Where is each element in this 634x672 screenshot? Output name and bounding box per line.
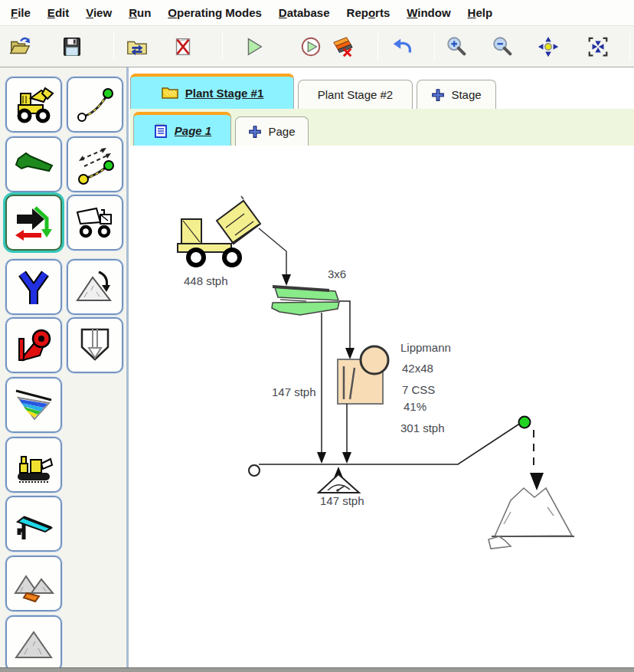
conveyor-icon	[74, 84, 116, 126]
wheel-loader-icon	[12, 84, 55, 126]
clear-results-icon	[331, 35, 354, 58]
menu-operating-modes[interactable]: Operating Modes	[159, 6, 270, 19]
palette-bin-button[interactable]	[67, 317, 123, 373]
palette-haul-truck-button[interactable]	[67, 195, 123, 251]
crusher-node[interactable]	[338, 346, 388, 404]
menu-view[interactable]: View	[77, 6, 120, 19]
palette-blend-piles-button[interactable]	[5, 556, 62, 611]
equipment-palette	[0, 67, 129, 667]
splitter-icon	[12, 266, 55, 309]
toolbar-separator	[629, 32, 630, 61]
page-tab-bar: Page 1 Page	[130, 109, 634, 146]
tab-label: Page	[268, 125, 295, 138]
belt-scale-node[interactable]	[319, 467, 359, 493]
run-icon	[242, 35, 265, 58]
menu-file[interactable]: File	[2, 6, 39, 19]
add-page-tab[interactable]: Page	[235, 116, 309, 146]
haul-truck-node[interactable]	[178, 196, 260, 265]
crusher-discharge-line	[342, 404, 351, 464]
palette-washer-button[interactable]	[5, 496, 62, 552]
run-circled-button[interactable]	[299, 34, 323, 59]
toolbar-separator	[377, 32, 378, 61]
crusher-percent-label: 41%	[404, 400, 426, 413]
menu-edit[interactable]: Edit	[39, 6, 77, 19]
palette-stockpile-button[interactable]	[5, 615, 62, 667]
stage-tab-bar: Plant Stage #1 Plant Stage #2 Stage	[130, 74, 634, 109]
feed-line-screen-crusher	[339, 301, 355, 359]
crusher-css-label: 7 CSS	[402, 383, 435, 396]
toolbar-separator	[222, 32, 223, 61]
screen-size-label: 3x6	[328, 267, 346, 280]
zoom-fit-button[interactable]	[586, 34, 610, 59]
toolbar-separator	[434, 32, 435, 61]
zoom-center-button[interactable]	[536, 34, 560, 59]
delete-page-icon	[172, 35, 194, 58]
washer-icon	[12, 503, 55, 546]
undo-button[interactable]	[391, 34, 415, 59]
truck-rate-label: 448 stph	[184, 274, 228, 287]
menu-reports[interactable]: Reports	[338, 6, 399, 19]
sync-folder-button[interactable]	[125, 34, 149, 59]
palette-screen-button[interactable]	[5, 377, 62, 433]
menu-run[interactable]: Run	[120, 6, 159, 19]
palette-crusher-button[interactable]	[5, 317, 62, 373]
tab-label: Stage	[451, 88, 481, 101]
underflow-rate-label: 147 stph	[272, 385, 316, 398]
stockpile-node[interactable]	[489, 488, 574, 549]
add-stage-tab[interactable]: Stage	[417, 80, 496, 109]
blend-piles-icon	[12, 562, 55, 605]
toolbar-separator	[113, 32, 114, 61]
palette-multi-conveyor-button[interactable]	[67, 136, 123, 192]
screen-icon	[12, 384, 55, 427]
screen-underflow-line	[317, 313, 326, 464]
bin-icon	[74, 324, 116, 367]
zoom-in-button[interactable]	[444, 34, 469, 59]
flowsheet-canvas[interactable]: 448 stph 3x6 Lippmann 42x48	[130, 146, 634, 667]
crusher-icon	[12, 324, 55, 367]
plus-icon	[431, 88, 445, 102]
delete-page-button[interactable]	[171, 34, 195, 59]
palette-surge-pile-button[interactable]	[67, 259, 123, 315]
zoom-out-icon	[491, 35, 514, 58]
palette-conveyor-button[interactable]	[67, 77, 123, 133]
sync-folder-icon	[126, 35, 149, 58]
run-circled-icon	[299, 35, 322, 58]
undo-icon	[391, 35, 414, 58]
save-icon	[60, 35, 83, 58]
save-button[interactable]	[60, 34, 84, 59]
toolbar	[0, 26, 634, 67]
menu-window[interactable]: Window	[398, 6, 459, 19]
page-icon	[153, 123, 168, 139]
zoom-center-icon	[537, 35, 560, 58]
flow-direction-icon	[12, 202, 55, 244]
surge-pile-icon	[74, 266, 116, 309]
discharge-drop-line	[530, 430, 544, 490]
palette-splitter-button[interactable]	[5, 259, 62, 315]
tab-page-1[interactable]: Page 1	[133, 112, 231, 146]
palette-feeder-button[interactable]	[5, 136, 62, 192]
tab-plant-stage-1[interactable]: Plant Stage #1	[130, 74, 294, 109]
folder-icon	[161, 85, 179, 100]
clear-results-button[interactable]	[330, 34, 355, 59]
menu-database[interactable]: Database	[270, 6, 338, 19]
open-file-button[interactable]	[8, 34, 32, 59]
track-plant-icon	[12, 444, 55, 487]
window-bottom-edge	[0, 667, 634, 672]
palette-wheel-loader-button[interactable]	[5, 77, 62, 133]
crusher-rate-label: 301 stph	[400, 421, 445, 434]
palette-track-plant-button[interactable]	[5, 437, 62, 493]
multi-conveyor-icon	[74, 143, 116, 186]
palette-flow-direction-button[interactable]	[5, 195, 62, 251]
feeder-icon	[12, 143, 55, 186]
stockpile-icon	[12, 622, 55, 665]
zoom-out-button[interactable]	[490, 34, 515, 59]
product-conveyor-node[interactable]	[249, 417, 531, 477]
belt-scale-rate-label: 147 stph	[320, 494, 364, 507]
tab-plant-stage-2[interactable]: Plant Stage #2	[298, 80, 413, 109]
menu-help[interactable]: Help	[459, 6, 502, 19]
crusher-labels: Lippmann 42x48 7 CSS 41% 301 stph	[400, 341, 451, 434]
haul-truck-icon	[74, 202, 116, 244]
tab-label: Page 1	[175, 124, 211, 137]
screen-node[interactable]	[272, 287, 339, 315]
run-button[interactable]	[241, 34, 266, 59]
